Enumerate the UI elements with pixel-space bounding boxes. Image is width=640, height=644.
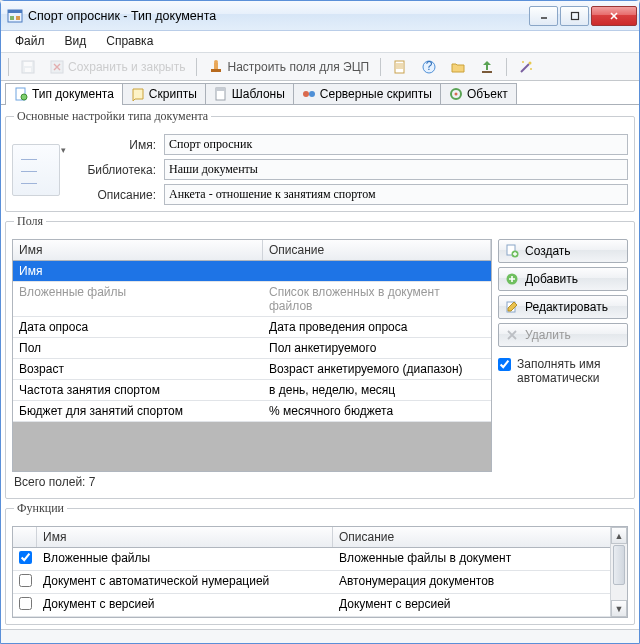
edit-button[interactable]: Редактировать bbox=[498, 295, 628, 319]
fields-buttons: Создать Добавить Редактировать Удалить З… bbox=[498, 239, 628, 492]
stamp-icon bbox=[208, 59, 224, 75]
upload-icon bbox=[479, 59, 495, 75]
menu-file[interactable]: Файл bbox=[5, 31, 55, 52]
scroll-thumb[interactable] bbox=[613, 545, 625, 585]
tool-doc-button[interactable] bbox=[387, 56, 413, 78]
col-desc[interactable]: Описание bbox=[263, 240, 491, 260]
doc-icon bbox=[392, 59, 408, 75]
statusbar bbox=[1, 629, 639, 643]
description-label: Описание: bbox=[76, 188, 156, 202]
scroll-down-icon[interactable]: ▼ bbox=[611, 600, 627, 617]
tab-label: Тип документа bbox=[32, 87, 114, 101]
tab-server-scripts[interactable]: Серверные скрипты bbox=[293, 83, 441, 104]
description-field[interactable] bbox=[164, 184, 628, 205]
func-col-desc[interactable]: Описание bbox=[333, 527, 627, 547]
tab-label: Скрипты bbox=[149, 87, 197, 101]
tab-label: Шаблоны bbox=[232, 87, 285, 101]
table-row[interactable]: ПолПол анкетируемого bbox=[13, 338, 491, 359]
table-row[interactable]: Вложенные файлыВложенные файлы в докумен… bbox=[13, 548, 627, 571]
add-icon bbox=[505, 272, 519, 286]
document-icon[interactable]: ▾ bbox=[12, 144, 60, 196]
fields-summary: Всего полей: 7 bbox=[12, 472, 492, 492]
svg-rect-10 bbox=[25, 68, 31, 72]
maximize-button[interactable] bbox=[560, 6, 589, 26]
col-name[interactable]: Имя bbox=[13, 240, 263, 260]
func-checkbox[interactable] bbox=[19, 551, 32, 564]
titlebar[interactable]: Спорт опросник - Тип документа bbox=[1, 1, 639, 31]
fields-group: Поля Имя Описание ИмяВложенные файлыСпис… bbox=[5, 214, 635, 499]
svg-rect-1 bbox=[8, 10, 22, 13]
save-close-label: Сохранить и закрыть bbox=[68, 60, 185, 74]
tab-document-type[interactable]: Тип документа bbox=[5, 83, 123, 104]
name-field[interactable] bbox=[164, 134, 628, 155]
save-button bbox=[15, 56, 41, 78]
table-row[interactable]: Документ с автоматической нумерациейАвто… bbox=[13, 571, 627, 594]
svg-point-27 bbox=[309, 91, 315, 97]
fields-header: Имя Описание bbox=[13, 240, 491, 261]
menu-view[interactable]: Вид bbox=[55, 31, 97, 52]
close-button[interactable] bbox=[591, 6, 637, 26]
save-close-icon bbox=[49, 59, 65, 75]
tab-templates[interactable]: Шаблоны bbox=[205, 83, 294, 104]
wand-icon bbox=[518, 59, 534, 75]
help-icon: ? bbox=[421, 59, 437, 75]
name-label: Имя: bbox=[76, 138, 156, 152]
window-title: Спорт опросник - Тип документа bbox=[28, 9, 527, 23]
table-row[interactable]: Имя bbox=[13, 261, 491, 282]
minimize-button[interactable] bbox=[529, 6, 558, 26]
library-field[interactable] bbox=[164, 159, 628, 180]
table-row[interactable]: Дата опросаДата проведения опроса bbox=[13, 317, 491, 338]
scrollbar[interactable]: ▲ ▼ bbox=[610, 527, 627, 617]
delete-button: Удалить bbox=[498, 323, 628, 347]
functions-group: Функции Имя Описание Вложенные файлыВлож… bbox=[5, 501, 635, 625]
add-button[interactable]: Добавить bbox=[498, 267, 628, 291]
svg-point-20 bbox=[522, 61, 524, 63]
save-close-button: Сохранить и закрыть bbox=[44, 56, 190, 78]
func-col-name[interactable]: Имя bbox=[37, 527, 333, 547]
scroll-up-icon[interactable]: ▲ bbox=[611, 527, 627, 544]
svg-point-21 bbox=[530, 68, 532, 70]
table-row[interactable]: Бюджет для занятий спортом% месячного бю… bbox=[13, 401, 491, 422]
library-label: Библиотека: bbox=[76, 163, 156, 177]
svg-point-26 bbox=[303, 91, 309, 97]
auto-name-checkbox[interactable]: Заполнять имя автоматически bbox=[498, 357, 628, 386]
settings-group-title: Основные настройки типа документа bbox=[14, 109, 211, 124]
svg-point-19 bbox=[529, 61, 532, 64]
fields-table[interactable]: Имя Описание ИмяВложенные файлыСписок вл… bbox=[12, 239, 492, 472]
functions-table[interactable]: Имя Описание Вложенные файлыВложенные фа… bbox=[12, 526, 628, 618]
table-row[interactable]: Вложенные файлыСписок вложенных в докуме… bbox=[13, 282, 491, 317]
table-row[interactable]: Документ с версиейДокумент с версией bbox=[13, 594, 627, 617]
delete-icon bbox=[505, 328, 519, 342]
func-checkbox[interactable] bbox=[19, 574, 32, 587]
menu-help[interactable]: Справка bbox=[96, 31, 163, 52]
tab-scripts[interactable]: Скрипты bbox=[122, 83, 206, 104]
table-row[interactable]: Частота занятия спортомв день, неделю, м… bbox=[13, 380, 491, 401]
chevron-down-icon[interactable]: ▾ bbox=[61, 145, 71, 155]
tool-wand-button[interactable] bbox=[513, 56, 539, 78]
scripts-icon bbox=[131, 87, 145, 101]
svg-rect-5 bbox=[571, 12, 578, 19]
tab-object[interactable]: Объект bbox=[440, 83, 517, 104]
tab-label: Объект bbox=[467, 87, 508, 101]
folder-icon bbox=[450, 59, 466, 75]
edit-icon bbox=[505, 300, 519, 314]
content-area: Основные настройки типа документа ▾ Имя:… bbox=[1, 105, 639, 629]
tool-folder-button[interactable] bbox=[445, 56, 471, 78]
settings-group: Основные настройки типа документа ▾ Имя:… bbox=[5, 109, 635, 212]
object-icon bbox=[449, 87, 463, 101]
functions-group-title: Функции bbox=[14, 501, 67, 516]
functions-header: Имя Описание bbox=[13, 527, 627, 548]
func-checkbox[interactable] bbox=[19, 597, 32, 610]
svg-rect-25 bbox=[216, 88, 225, 91]
svg-rect-2 bbox=[10, 16, 14, 20]
svg-point-14 bbox=[214, 60, 218, 64]
config-signature-button[interactable]: Настроить поля для ЭЦП bbox=[203, 56, 374, 78]
app-window: Спорт опросник - Тип документа Файл Вид … bbox=[0, 0, 640, 644]
svg-rect-3 bbox=[16, 16, 20, 20]
create-button[interactable]: Создать bbox=[498, 239, 628, 263]
table-row[interactable]: ВозрастВозраст анкетируемого (диапазон) bbox=[13, 359, 491, 380]
tool-help-button[interactable]: ? bbox=[416, 56, 442, 78]
tool-upload-button[interactable] bbox=[474, 56, 500, 78]
svg-point-23 bbox=[21, 94, 27, 100]
svg-rect-15 bbox=[395, 61, 404, 73]
